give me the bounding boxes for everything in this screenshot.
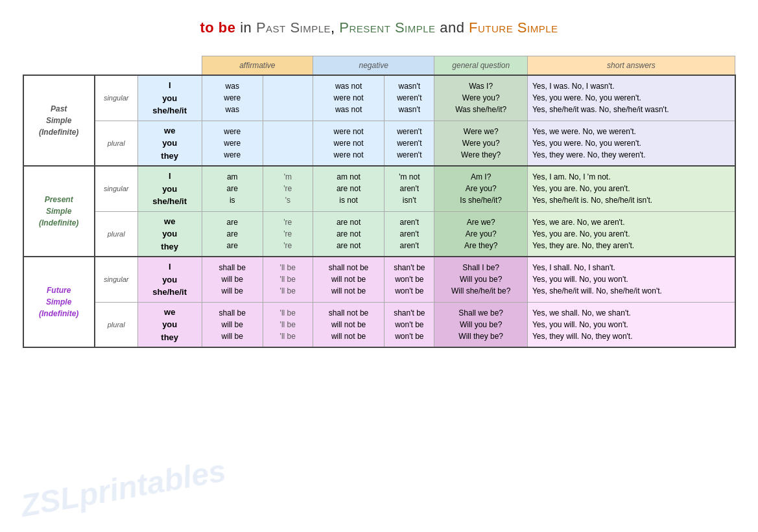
watermark: ZSLprintables — [18, 453, 229, 524]
future-singular-gq: Shall I be? Will you be? Will she/he/it … — [434, 257, 527, 302]
header-row: affirmative negative general question sh… — [23, 56, 735, 76]
future-plural-gq: Shall we be? Will you be? Will they be? — [434, 302, 527, 347]
future-plural-neg-short: shan't be won't be won't be — [385, 302, 434, 347]
present-plural-label: plural — [95, 211, 137, 257]
past-singular-aff2 — [263, 75, 313, 121]
title-future: Future Simple — [469, 19, 558, 36]
header-short-answers: short answers — [527, 56, 735, 76]
present-plural-neg-short: aren't aren't aren't — [385, 211, 434, 257]
present-singular-neg-long: am not are not is not — [313, 166, 384, 211]
present-plural-gq: Are we? Are you? Are they? — [434, 211, 527, 257]
past-singular-row: PastSimple(Indefinite) singular I you sh… — [23, 75, 735, 121]
past-singular-neg-short: wasn't weren't wasn't — [385, 75, 434, 121]
past-plural-sa: Yes, we were. No, we weren't. Yes, you w… — [527, 121, 735, 166]
future-singular-row: FutureSimple(Indefinite) singular I you … — [23, 257, 735, 302]
past-tense-label: PastSimple(Indefinite) — [23, 75, 95, 166]
future-tense-label: FutureSimple(Indefinite) — [23, 257, 95, 347]
grammar-table: affirmative negative general question sh… — [23, 56, 736, 348]
future-plural-aff: shall be will be will be — [202, 302, 263, 347]
present-plural-aff-short: 're 're 're — [263, 211, 313, 257]
future-plural-sa: Yes, we shall. No, we shan't. Yes, you w… — [527, 302, 735, 347]
past-plural-row: plural we you they were were were were n… — [23, 121, 735, 166]
past-plural-gq: Were we? Were you? Were they? — [434, 121, 527, 166]
future-singular-neg-short: shan't be won't be won't be — [385, 257, 434, 302]
future-singular-pronouns: I you she/he/it — [137, 257, 202, 302]
present-plural-aff: are are are — [202, 211, 263, 257]
title-tobe: to be — [200, 19, 235, 36]
present-singular-aff: am are is — [202, 166, 263, 211]
header-general-question: general question — [434, 56, 527, 76]
past-singular-neg-long: was not were not was not — [313, 75, 384, 121]
present-plural-neg-long: are not are not are not — [313, 211, 384, 257]
future-singular-sa: Yes, I shall. No, I shan't. Yes, you wil… — [527, 257, 735, 302]
present-singular-aff-short: 'm 're 's — [263, 166, 313, 211]
title-present: Present Simple — [339, 19, 435, 36]
future-singular-label: singular — [95, 257, 137, 302]
present-singular-pronouns: I you she/he/it — [137, 166, 202, 211]
past-plural-neg-long: were not were not were not — [313, 121, 384, 166]
future-singular-aff: shall be will be will be — [202, 257, 263, 302]
present-tense-label: PresentSimple(Indefinite) — [23, 166, 95, 257]
present-singular-sa: Yes, I am. No, I 'm not. Yes, you are. N… — [527, 166, 735, 211]
present-singular-row: PresentSimple(Indefinite) singular I you… — [23, 166, 735, 211]
present-singular-neg-short: 'm not aren't isn't — [385, 166, 434, 211]
past-singular-sa: Yes, I was. No, I wasn't. Yes, you were.… — [527, 75, 735, 121]
title-and: and — [440, 19, 469, 36]
title-comma1: , — [331, 19, 339, 36]
future-singular-aff-short: 'll be 'll be 'll be — [263, 257, 313, 302]
future-plural-aff-short: 'll be 'll be 'll be — [263, 302, 313, 347]
past-plural-aff2 — [263, 121, 313, 166]
future-singular-neg-long: shall not be will not be will not be — [313, 257, 384, 302]
future-plural-neg-long: shall not be will not be will not be — [313, 302, 384, 347]
past-plural-neg-short: weren't weren't weren't — [385, 121, 434, 166]
present-singular-label: singular — [95, 166, 137, 211]
past-singular-aff: was were was — [202, 75, 263, 121]
future-plural-pronouns: we you they — [137, 302, 202, 347]
title-past: Past Simple — [256, 19, 331, 36]
past-plural-aff: were were were — [202, 121, 263, 166]
past-plural-label: plural — [95, 121, 137, 166]
page-title: to be in Past Simple, Present Simple and… — [200, 19, 558, 36]
header-negative: negative — [313, 56, 434, 76]
present-plural-pronouns: we you they — [137, 211, 202, 257]
past-singular-gq: Was I? Were you? Was she/he/it? — [434, 75, 527, 121]
past-plural-pronouns: we you they — [137, 121, 202, 166]
present-plural-row: plural we you they are are are 're 're '… — [23, 211, 735, 257]
title-in: in — [240, 19, 256, 36]
future-plural-row: plural we you they shall be will be will… — [23, 302, 735, 347]
past-singular-label: singular — [95, 75, 137, 121]
past-singular-pronouns: I you she/he/it — [137, 75, 202, 121]
present-singular-gq: Am I? Are you? Is she/he/it? — [434, 166, 527, 211]
header-affirmative: affirmative — [202, 56, 313, 76]
present-plural-sa: Yes, we are. No, we aren't. Yes, you are… — [527, 211, 735, 257]
future-plural-label: plural — [95, 302, 137, 347]
